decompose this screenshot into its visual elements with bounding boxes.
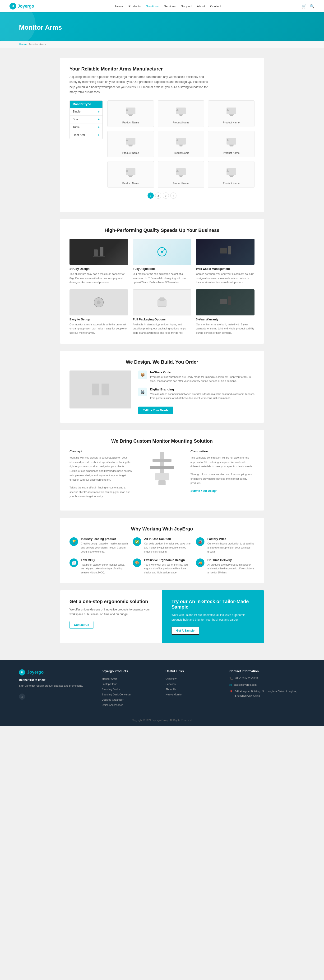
concept-desc2: Taking the extra effort in finding or cu… <box>70 485 133 499</box>
footer-phone-number: +86-1391-020-1853 <box>235 676 258 681</box>
footer-contact-title: Contact Information <box>229 669 305 673</box>
product-image <box>222 105 241 119</box>
why-item-delivery: 🚚 On-Time Delivery All products are deli… <box>196 558 254 574</box>
page-btn-1[interactable]: 1 <box>148 192 154 199</box>
bottom-cta: Get a one-stop ergonomic solution We off… <box>60 590 264 643</box>
svg-rect-38 <box>93 256 105 257</box>
why-item-ergonomic: 🎨 Exclusive Ergonomic Design You'll work… <box>133 558 191 574</box>
footer-link[interactable]: Standing Desks <box>102 687 159 692</box>
product-image <box>121 165 140 180</box>
footer-link[interactable]: Overview <box>165 676 222 681</box>
footer-email-address: sales@joyergo.com <box>233 683 257 687</box>
tell-us-button[interactable]: Tell Us Your Needs <box>138 407 173 414</box>
cart-icon[interactable]: 🛒 <box>302 4 307 8</box>
submit-design-link[interactable]: Submit Your Design → <box>191 489 221 493</box>
svg-rect-26 <box>129 176 132 177</box>
logo-icon: U <box>10 3 16 10</box>
filter-item-single[interactable]: Single + <box>70 108 102 116</box>
design-item-desc: You can attach connection between brande… <box>150 392 254 400</box>
why-delivery-icon: 🚚 <box>196 558 205 567</box>
product-card[interactable]: Product Name <box>208 131 254 158</box>
nav-contact[interactable]: Contact <box>210 5 221 8</box>
nav-home[interactable]: Home <box>115 5 123 8</box>
cta-left-desc: We offer unique designs of innovative pr… <box>70 607 152 617</box>
nav-products[interactable]: Products <box>129 5 141 8</box>
product-card[interactable]: Product Name <box>108 100 154 127</box>
nav-about[interactable]: About <box>197 5 205 8</box>
filter-item-floor[interactable]: Floor Arm + <box>70 131 102 139</box>
footer-link[interactable]: Office Accessories <box>102 702 159 708</box>
nav-solutions[interactable]: Solutions <box>146 5 159 8</box>
design-item-desc: Products of our warehouse are ready made… <box>150 375 254 383</box>
features-title: High-Performing Quality Speeds Up Your B… <box>70 228 254 233</box>
svg-rect-60 <box>150 466 174 469</box>
footer-phone: 📞 +86-1391-020-1853 <box>229 676 305 681</box>
footer-link[interactable]: Monitor Arms <box>102 676 159 681</box>
footer-brand: U Joyergo Be the first to know Sign up t… <box>19 669 95 708</box>
footer-link[interactable]: Desktop Organizer <box>102 697 159 702</box>
svg-line-42 <box>164 249 165 250</box>
contact-us-button[interactable]: Contact Us <box>70 621 94 629</box>
product-card[interactable]: Product Name <box>158 100 204 127</box>
twitter-icon[interactable]: 𝕏 <box>19 694 25 700</box>
product-card[interactable]: Product Name <box>158 161 204 188</box>
features-grid: Strudy Design The aluminum alloy has a m… <box>70 239 254 335</box>
svg-rect-29 <box>179 175 183 176</box>
why-factory-icon: 🏭 <box>196 537 205 546</box>
product-grid: Product Name Product Name Product Name <box>108 100 254 188</box>
svg-rect-13 <box>128 145 133 145</box>
footer-link[interactable]: Services <box>165 681 222 687</box>
filter-item-label: Single <box>73 110 80 113</box>
page-btn-2[interactable]: 2 <box>155 192 161 199</box>
product-card[interactable]: Product Name <box>208 100 254 127</box>
footer-link[interactable]: Laptop Stand <box>102 681 159 687</box>
custom-concept: Concept Working with you closely to conc… <box>70 450 133 502</box>
design-item-title: In-Stock Order <box>150 371 254 374</box>
why-ergonomic-icon: 🎨 <box>133 558 141 567</box>
filter-item-label: Dual <box>73 118 78 121</box>
feature-card-setup: Easy to Set-up Our monitor arms is acces… <box>70 290 128 335</box>
cta-right-desc: Work with us and let our innovative all-… <box>172 612 254 622</box>
get-sample-button[interactable]: Get A Sample <box>172 627 199 635</box>
page-btn-4[interactable]: 4 <box>170 192 176 199</box>
svg-point-49 <box>97 301 100 304</box>
page-btn-3[interactable]: 3 <box>163 192 169 199</box>
svg-rect-44 <box>220 248 227 253</box>
nav-support[interactable]: Support <box>181 5 192 8</box>
footer-link[interactable]: Standing Desk Converter <box>102 692 159 697</box>
product-card[interactable]: Product Name <box>158 131 204 158</box>
main-nav: Home Products Solutions Services Support… <box>115 5 221 8</box>
pagination: 1 2 3 4 <box>70 192 254 199</box>
filter-item-triple[interactable]: Triple + <box>70 123 102 131</box>
logo-text: Joyergo <box>17 4 34 9</box>
why-item-desc: Creative design based on market research… <box>81 542 128 554</box>
filter-item-label: Triple <box>73 126 80 129</box>
feature-desc: Cables go where you and your placement g… <box>196 272 254 285</box>
breadcrumb-separator: › <box>27 43 29 46</box>
search-icon[interactable]: 🔍 <box>310 4 314 8</box>
feature-card-warranty: 3-Year Warranty Our monitor arms are bui… <box>196 290 254 335</box>
logo[interactable]: U Joyergo <box>10 3 34 10</box>
filter-item-dual[interactable]: Dual + <box>70 116 102 123</box>
branding-icon: 🖨️ <box>138 388 147 396</box>
footer-products-title: Joyergo Products <box>102 669 159 673</box>
nav-services[interactable]: Services <box>164 5 176 8</box>
custom-inner: Concept Working with you closely to conc… <box>70 450 254 502</box>
why-allinone-icon: ✅ <box>133 537 141 546</box>
cta-left-title: Get a one-stop ergonomic solution <box>70 599 152 604</box>
breadcrumb: Home › Monitor Arms <box>0 41 324 48</box>
plus-icon: + <box>98 133 100 137</box>
design-title: We Design, We Build, You Order <box>70 360 254 365</box>
why-moq-icon: 📉 <box>70 558 78 567</box>
footer-link[interactable]: Heavy Monitor <box>165 692 222 697</box>
product-card[interactable]: Product Name <box>208 161 254 188</box>
svg-rect-1 <box>128 114 133 115</box>
design-item-instock: 📦 In-Stock Order Products of our warehou… <box>138 371 254 383</box>
breadcrumb-home[interactable]: Home <box>19 43 27 46</box>
footer-link[interactable]: About Us <box>165 687 222 692</box>
design-item-title: Digital Branding <box>150 388 254 391</box>
product-name: Product Name <box>211 151 252 154</box>
product-card[interactable]: Product Name <box>108 131 154 158</box>
product-card[interactable]: Product Name <box>108 161 154 188</box>
footer-desc: Sign up to get regular product updates a… <box>19 684 95 688</box>
